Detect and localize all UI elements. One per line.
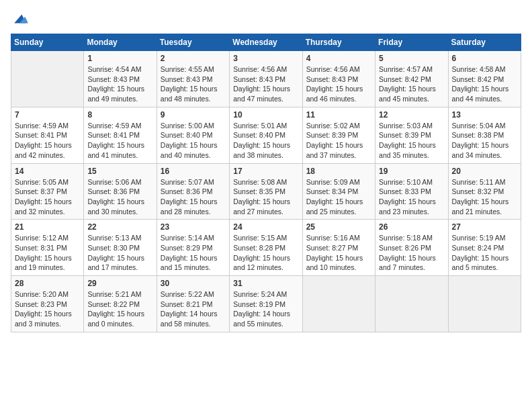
calendar-cell: 15Sunrise: 5:06 AM Sunset: 8:36 PM Dayli…	[84, 163, 157, 220]
day-number: 26	[379, 222, 444, 232]
day-number: 6	[452, 54, 517, 63]
calendar-cell: 6Sunrise: 4:58 AM Sunset: 8:42 PM Daylig…	[448, 51, 521, 107]
day-info: Sunrise: 5:03 AM Sunset: 8:39 PM Dayligh…	[379, 121, 444, 161]
calendar-cell: 25Sunrise: 5:16 AM Sunset: 8:27 PM Dayli…	[302, 220, 375, 276]
calendar-cell: 21Sunrise: 5:12 AM Sunset: 8:31 PM Dayli…	[11, 220, 84, 276]
main-container: SundayMondayTuesdayWednesdayThursdayFrid…	[0, 0, 532, 339]
day-info: Sunrise: 5:19 AM Sunset: 8:24 PM Dayligh…	[452, 233, 517, 273]
day-number: 9	[161, 110, 226, 120]
day-info: Sunrise: 4:55 AM Sunset: 8:43 PM Dayligh…	[161, 64, 226, 104]
day-number: 12	[379, 110, 444, 120]
day-number: 17	[233, 167, 298, 176]
calendar-cell: 2Sunrise: 4:55 AM Sunset: 8:43 PM Daylig…	[157, 51, 229, 107]
calendar-cell: 26Sunrise: 5:18 AM Sunset: 8:26 PM Dayli…	[375, 220, 448, 276]
col-header-monday: Monday	[84, 34, 157, 51]
day-number: 21	[15, 222, 80, 232]
day-info: Sunrise: 5:18 AM Sunset: 8:26 PM Dayligh…	[379, 233, 444, 273]
calendar-cell	[302, 276, 375, 332]
calendar-cell: 8Sunrise: 4:59 AM Sunset: 8:41 PM Daylig…	[84, 107, 157, 163]
day-number: 3	[233, 54, 298, 63]
calendar-cell: 12Sunrise: 5:03 AM Sunset: 8:39 PM Dayli…	[375, 107, 448, 163]
day-number: 29	[87, 279, 152, 288]
day-info: Sunrise: 5:16 AM Sunset: 8:27 PM Dayligh…	[306, 233, 371, 273]
calendar-cell: 30Sunrise: 5:22 AM Sunset: 8:21 PM Dayli…	[157, 276, 229, 332]
calendar-cell: 9Sunrise: 5:00 AM Sunset: 8:40 PM Daylig…	[157, 107, 229, 163]
day-info: Sunrise: 5:11 AM Sunset: 8:32 PM Dayligh…	[452, 177, 517, 217]
day-number: 5	[379, 54, 444, 63]
day-number: 19	[379, 167, 444, 176]
calendar-cell: 5Sunrise: 4:57 AM Sunset: 8:42 PM Daylig…	[375, 51, 448, 107]
calendar-cell	[11, 51, 84, 107]
day-info: Sunrise: 5:05 AM Sunset: 8:37 PM Dayligh…	[15, 177, 80, 217]
day-info: Sunrise: 5:08 AM Sunset: 8:35 PM Dayligh…	[233, 177, 298, 217]
col-header-wednesday: Wednesday	[230, 34, 302, 51]
logo-icon	[12, 11, 28, 27]
day-info: Sunrise: 4:59 AM Sunset: 8:41 PM Dayligh…	[15, 121, 80, 161]
day-number: 10	[233, 110, 298, 120]
day-info: Sunrise: 4:56 AM Sunset: 8:43 PM Dayligh…	[306, 64, 371, 104]
day-number: 18	[306, 167, 371, 176]
calendar-week-row: 1Sunrise: 4:54 AM Sunset: 8:43 PM Daylig…	[11, 51, 521, 107]
calendar-cell: 29Sunrise: 5:21 AM Sunset: 8:22 PM Dayli…	[84, 276, 157, 332]
day-info: Sunrise: 5:15 AM Sunset: 8:28 PM Dayligh…	[233, 233, 298, 273]
day-number: 14	[15, 167, 80, 176]
calendar-cell	[375, 276, 448, 332]
day-info: Sunrise: 4:59 AM Sunset: 8:41 PM Dayligh…	[87, 121, 152, 161]
day-info: Sunrise: 5:07 AM Sunset: 8:36 PM Dayligh…	[161, 177, 226, 217]
day-info: Sunrise: 4:54 AM Sunset: 8:43 PM Dayligh…	[87, 64, 152, 104]
calendar-week-row: 7Sunrise: 4:59 AM Sunset: 8:41 PM Daylig…	[11, 107, 521, 163]
day-number: 28	[15, 279, 80, 288]
col-header-friday: Friday	[375, 34, 448, 51]
day-info: Sunrise: 5:14 AM Sunset: 8:29 PM Dayligh…	[161, 233, 226, 273]
col-header-saturday: Saturday	[448, 34, 521, 51]
day-number: 7	[15, 110, 80, 120]
calendar-cell: 4Sunrise: 4:56 AM Sunset: 8:43 PM Daylig…	[302, 51, 375, 107]
day-number: 15	[87, 167, 152, 176]
calendar-cell	[448, 276, 521, 332]
col-header-thursday: Thursday	[302, 34, 375, 51]
day-info: Sunrise: 5:00 AM Sunset: 8:40 PM Dayligh…	[161, 121, 226, 161]
day-number: 22	[87, 222, 152, 232]
day-number: 13	[452, 110, 517, 120]
day-number: 23	[161, 222, 226, 232]
day-info: Sunrise: 5:10 AM Sunset: 8:33 PM Dayligh…	[379, 177, 444, 217]
calendar-cell: 16Sunrise: 5:07 AM Sunset: 8:36 PM Dayli…	[157, 163, 229, 220]
day-number: 31	[233, 279, 298, 288]
day-info: Sunrise: 5:12 AM Sunset: 8:31 PM Dayligh…	[15, 233, 80, 273]
calendar-header-row: SundayMondayTuesdayWednesdayThursdayFrid…	[11, 34, 521, 51]
day-info: Sunrise: 5:06 AM Sunset: 8:36 PM Dayligh…	[87, 177, 152, 217]
col-header-sunday: Sunday	[11, 34, 84, 51]
day-number: 2	[161, 54, 226, 63]
day-info: Sunrise: 5:20 AM Sunset: 8:23 PM Dayligh…	[15, 289, 80, 329]
day-number: 27	[452, 222, 517, 232]
calendar-cell: 18Sunrise: 5:09 AM Sunset: 8:34 PM Dayli…	[302, 163, 375, 220]
day-number: 30	[161, 279, 226, 288]
calendar-cell: 11Sunrise: 5:02 AM Sunset: 8:39 PM Dayli…	[302, 107, 375, 163]
day-info: Sunrise: 5:21 AM Sunset: 8:22 PM Dayligh…	[87, 289, 152, 329]
calendar-cell: 22Sunrise: 5:13 AM Sunset: 8:30 PM Dayli…	[84, 220, 157, 276]
calendar-week-row: 21Sunrise: 5:12 AM Sunset: 8:31 PM Dayli…	[11, 220, 521, 276]
calendar-cell: 19Sunrise: 5:10 AM Sunset: 8:33 PM Dayli…	[375, 163, 448, 220]
calendar-cell: 1Sunrise: 4:54 AM Sunset: 8:43 PM Daylig…	[84, 51, 157, 107]
calendar-cell: 3Sunrise: 4:56 AM Sunset: 8:43 PM Daylig…	[230, 51, 302, 107]
day-info: Sunrise: 5:01 AM Sunset: 8:40 PM Dayligh…	[233, 121, 298, 161]
day-info: Sunrise: 4:56 AM Sunset: 8:43 PM Dayligh…	[233, 64, 298, 104]
day-number: 16	[161, 167, 226, 176]
day-info: Sunrise: 5:04 AM Sunset: 8:38 PM Dayligh…	[452, 121, 517, 161]
day-info: Sunrise: 5:13 AM Sunset: 8:30 PM Dayligh…	[87, 233, 152, 273]
day-number: 11	[306, 110, 371, 120]
day-info: Sunrise: 5:09 AM Sunset: 8:34 PM Dayligh…	[306, 177, 371, 217]
calendar-cell: 13Sunrise: 5:04 AM Sunset: 8:38 PM Dayli…	[448, 107, 521, 163]
calendar-cell: 27Sunrise: 5:19 AM Sunset: 8:24 PM Dayli…	[448, 220, 521, 276]
day-number: 4	[306, 54, 371, 63]
day-info: Sunrise: 5:02 AM Sunset: 8:39 PM Dayligh…	[306, 121, 371, 161]
calendar-week-row: 28Sunrise: 5:20 AM Sunset: 8:23 PM Dayli…	[11, 276, 521, 332]
day-info: Sunrise: 4:58 AM Sunset: 8:42 PM Dayligh…	[452, 64, 517, 104]
calendar-cell: 28Sunrise: 5:20 AM Sunset: 8:23 PM Dayli…	[11, 276, 84, 332]
calendar-cell: 20Sunrise: 5:11 AM Sunset: 8:32 PM Dayli…	[448, 163, 521, 220]
day-info: Sunrise: 5:22 AM Sunset: 8:21 PM Dayligh…	[161, 289, 226, 329]
calendar-cell: 17Sunrise: 5:08 AM Sunset: 8:35 PM Dayli…	[230, 163, 302, 220]
day-number: 1	[87, 54, 152, 63]
calendar-cell: 10Sunrise: 5:01 AM Sunset: 8:40 PM Dayli…	[230, 107, 302, 163]
day-number: 25	[306, 222, 371, 232]
